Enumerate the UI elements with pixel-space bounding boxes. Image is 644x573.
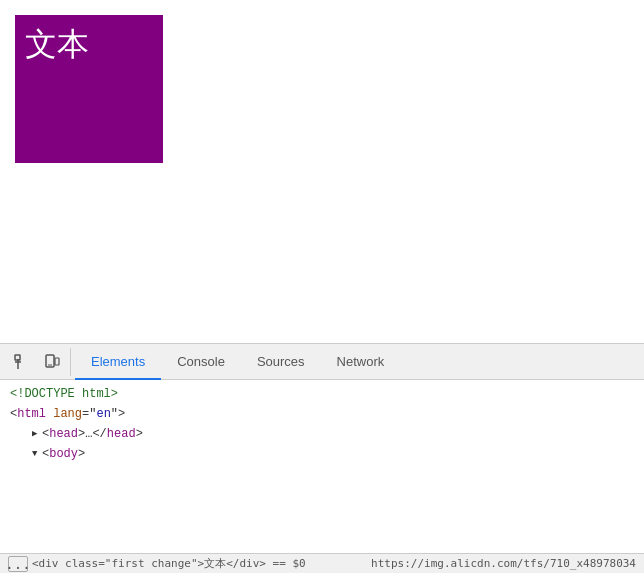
tab-network[interactable]: Network xyxy=(321,344,401,380)
tab-sources[interactable]: Sources xyxy=(241,344,321,380)
inspect-icon[interactable] xyxy=(8,348,36,376)
devtools-tabs: Elements Console Sources Network xyxy=(75,344,640,379)
head-expand-arrow[interactable] xyxy=(32,425,42,443)
code-line-head[interactable]: <head>…</head> xyxy=(16,424,644,444)
code-line-doctype: <!DOCTYPE html> xyxy=(0,384,644,404)
status-bar: ... <div class="first change">文本</div> =… xyxy=(0,553,644,573)
code-line-body[interactable]: <body> xyxy=(16,444,644,464)
devtools-content[interactable]: <!DOCTYPE html> <html lang="en"> <head>…… xyxy=(0,380,644,553)
page-content: 文本 xyxy=(0,0,644,173)
tab-console[interactable]: Console xyxy=(161,344,241,380)
purple-box: 文本 xyxy=(15,15,163,163)
svg-rect-4 xyxy=(55,358,59,365)
toolbar-icons xyxy=(4,348,71,376)
code-line-html: <html lang="en"> xyxy=(0,404,644,424)
box-text: 文本 xyxy=(25,23,89,67)
devtools-toolbar: Elements Console Sources Network xyxy=(0,344,644,380)
body-expand-arrow[interactable] xyxy=(32,445,42,463)
browser-viewport: 文本 xyxy=(0,0,644,343)
tab-elements[interactable]: Elements xyxy=(75,344,161,380)
device-toolbar-icon[interactable] xyxy=(38,348,66,376)
status-code-text: <div class="first change">文本</div> == $0 xyxy=(32,556,306,571)
status-url-text: https://img.alicdn.com/tfs/710_x48978034 xyxy=(371,557,636,570)
devtools-panel: Elements Console Sources Network <!DOCTY… xyxy=(0,343,644,573)
ellipsis-button[interactable]: ... xyxy=(8,556,28,572)
